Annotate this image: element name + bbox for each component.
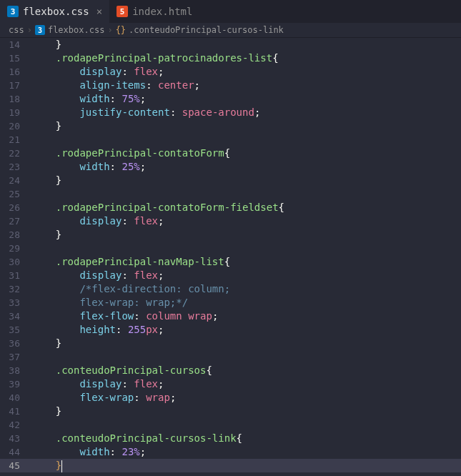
code-line[interactable]: 40 flex-wrap: wrap; xyxy=(0,391,461,405)
breadcrumb-label: css xyxy=(9,25,24,35)
line-number: 21 xyxy=(0,133,31,147)
line-number: 24 xyxy=(0,174,31,187)
line-number: 43 xyxy=(0,432,31,445)
line-number: 33 xyxy=(0,296,31,309)
line-number: 45 xyxy=(0,459,31,472)
code-content: display: flex; xyxy=(31,377,164,391)
line-number: 23 xyxy=(0,160,31,174)
tab-label: index.html xyxy=(132,6,192,17)
code-line[interactable]: 38 .conteudoPrincipal-cursos{ xyxy=(0,364,461,377)
code-content: } xyxy=(31,405,61,418)
line-number: 40 xyxy=(0,391,31,405)
code-line[interactable]: 41 } xyxy=(0,405,461,418)
line-number: 15 xyxy=(0,51,31,65)
code-line[interactable]: 37 xyxy=(0,350,461,364)
code-line[interactable]: 22 .rodapePrincipal-contatoForm{ xyxy=(0,147,461,160)
code-line[interactable]: 30 .rodapePrincipal-navMap-list{ xyxy=(0,255,461,269)
code-line[interactable]: 36 } xyxy=(0,337,461,350)
code-line[interactable]: 27 display: flex; xyxy=(0,214,461,228)
code-line[interactable]: 28 } xyxy=(0,228,461,242)
code-content: width: 25%; xyxy=(31,160,146,174)
tab-index-html[interactable]: 5index.html xyxy=(109,0,199,23)
code-line[interactable]: 35 height: 255px; xyxy=(0,323,461,337)
code-line[interactable]: 32 /*flex-direction: column; xyxy=(0,282,461,296)
code-content: } xyxy=(31,228,61,242)
line-number: 39 xyxy=(0,377,31,391)
breadcrumb-item[interactable]: 3flexbox.css xyxy=(35,25,104,35)
line-number: 26 xyxy=(0,201,31,214)
line-number: 32 xyxy=(0,282,31,296)
code-content: flex-wrap: wrap; xyxy=(31,391,176,405)
line-number: 38 xyxy=(0,364,31,377)
symbol-icon: {} xyxy=(116,25,126,35)
code-content: flex-wrap: wrap;*/ xyxy=(31,296,188,309)
code-line[interactable]: 29 xyxy=(0,242,461,255)
line-number: 19 xyxy=(0,106,31,119)
code-line[interactable]: 16 display: flex; xyxy=(0,65,461,79)
line-number: 18 xyxy=(0,92,31,106)
code-line[interactable]: 42 xyxy=(0,418,461,432)
line-number: 16 xyxy=(0,65,31,79)
line-number: 34 xyxy=(0,309,31,323)
code-content: .conteudoPrincipal-cursos-link{ xyxy=(31,432,242,445)
code-line[interactable]: 20 } xyxy=(0,119,461,133)
code-line[interactable]: 45 } xyxy=(0,459,461,472)
chevron-right-icon: › xyxy=(27,25,32,35)
code-line[interactable]: 14 } xyxy=(0,38,461,51)
code-line[interactable]: 17 align-items: center; xyxy=(0,79,461,92)
code-line[interactable]: 31 display: flex; xyxy=(0,269,461,282)
code-content: .rodapePrincipal-patrocinadores-list{ xyxy=(31,51,279,65)
code-content: } xyxy=(31,174,61,187)
code-line[interactable]: 15 .rodapePrincipal-patrocinadores-list{ xyxy=(0,51,461,65)
code-line[interactable]: 34 flex-flow: column wrap; xyxy=(0,309,461,323)
code-content: } xyxy=(31,459,61,472)
code-content: .conteudoPrincipal-cursos{ xyxy=(31,364,212,377)
line-number: 44 xyxy=(0,445,31,459)
code-line[interactable]: 43 .conteudoPrincipal-cursos-link{ xyxy=(0,432,461,445)
code-line[interactable]: 19 justify-content: space-around; xyxy=(0,106,461,119)
html-file-icon: 5 xyxy=(117,6,128,17)
breadcrumb-item[interactable]: css xyxy=(9,25,24,35)
tab-label: flexbox.css xyxy=(23,6,89,17)
code-line[interactable]: 39 display: flex; xyxy=(0,377,461,391)
css-file-icon: 3 xyxy=(7,6,19,17)
code-content: height: 255px; xyxy=(31,323,164,337)
code-content: .rodapePrincipal-contatoForm-fieldset{ xyxy=(31,201,284,214)
line-number: 42 xyxy=(0,418,31,432)
code-content: width: 75%; xyxy=(31,92,146,106)
line-number: 20 xyxy=(0,119,31,133)
breadcrumb-item[interactable]: {}.conteudoPrincipal-cursos-link xyxy=(116,25,284,35)
breadcrumb-label: flexbox.css xyxy=(48,25,104,35)
tab-flexbox-css[interactable]: 3flexbox.css× xyxy=(0,0,109,23)
line-number: 25 xyxy=(0,187,31,201)
code-content: align-items: center; xyxy=(31,79,200,92)
line-number: 29 xyxy=(0,242,31,255)
breadcrumb: css›3flexbox.css›{}.conteudoPrincipal-cu… xyxy=(0,23,461,38)
code-line[interactable]: 25 xyxy=(0,187,461,201)
line-number: 31 xyxy=(0,269,31,282)
code-line[interactable]: 44 width: 23%; xyxy=(0,445,461,459)
code-line[interactable]: 21 xyxy=(0,133,461,147)
code-line[interactable]: 26 .rodapePrincipal-contatoForm-fieldset… xyxy=(0,201,461,214)
line-number: 35 xyxy=(0,323,31,337)
line-number: 17 xyxy=(0,79,31,92)
line-number: 30 xyxy=(0,255,31,269)
code-content: .rodapePrincipal-navMap-list{ xyxy=(31,255,230,269)
close-icon[interactable]: × xyxy=(96,6,102,17)
code-line[interactable]: 18 width: 75%; xyxy=(0,92,461,106)
code-content: /*flex-direction: column; xyxy=(31,282,230,296)
line-number: 22 xyxy=(0,147,31,160)
code-content: display: flex; xyxy=(31,65,164,79)
line-number: 41 xyxy=(0,405,31,418)
line-number: 28 xyxy=(0,228,31,242)
breadcrumb-label: .conteudoPrincipal-cursos-link xyxy=(129,25,284,35)
code-content: .rodapePrincipal-contatoForm{ xyxy=(31,147,230,160)
code-content: display: flex; xyxy=(31,214,164,228)
code-line[interactable]: 23 width: 25%; xyxy=(0,160,461,174)
code-line[interactable]: 33 flex-wrap: wrap;*/ xyxy=(0,296,461,309)
code-line[interactable]: 24 } xyxy=(0,174,461,187)
line-number: 36 xyxy=(0,337,31,350)
code-content: justify-content: space-around; xyxy=(31,106,260,119)
code-editor[interactable]: 14 }15 .rodapePrincipal-patrocinadores-l… xyxy=(0,38,461,472)
chevron-right-icon: › xyxy=(107,25,112,35)
